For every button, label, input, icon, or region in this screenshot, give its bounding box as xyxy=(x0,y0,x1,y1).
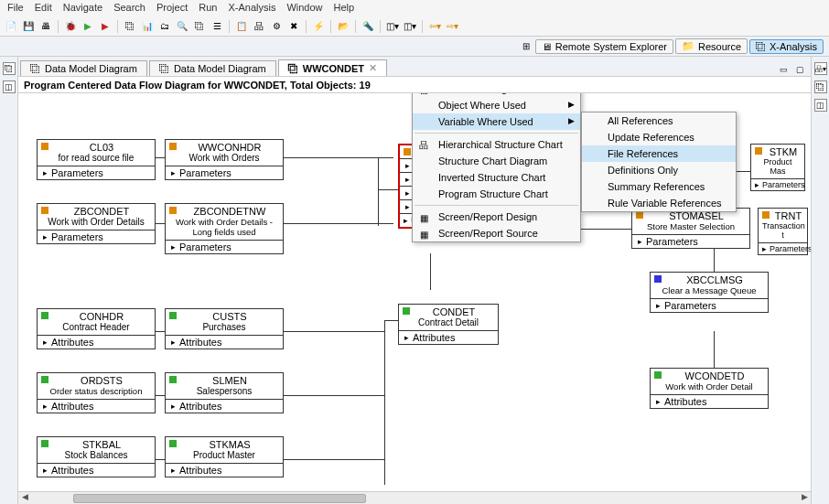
tool-icon[interactable]: 🗂 xyxy=(157,19,172,34)
editor-tabbar: ⿻Data Model Diagram ⿻Data Model Diagram … xyxy=(18,57,811,77)
submenu-item[interactable]: All References xyxy=(582,113,736,129)
menu-item[interactable]: Program Structure Chart xyxy=(413,186,580,202)
diagram-canvas[interactable]: CL03 for read source file ▸Parameters WW… xyxy=(18,93,811,504)
menu-file[interactable]: File xyxy=(7,2,24,15)
perspective-xanalysis[interactable]: ⿻X-Analysis xyxy=(749,39,824,54)
menu-navigate[interactable]: Navigate xyxy=(63,2,102,15)
menu-item-label: Inverted Structure Chart xyxy=(438,172,545,183)
menu-item-icon: ▦ xyxy=(417,228,430,241)
diagram-title: Program Centered Data Flow Diagram for W… xyxy=(18,77,811,93)
box-condet[interactable]: CONDET Contract Detail ▸Attributes xyxy=(398,304,499,345)
menu-item[interactable]: Inverted Structure Chart xyxy=(413,169,580,186)
tool-icon[interactable]: 品 xyxy=(252,19,266,34)
diagram-icon: ⿻ xyxy=(159,63,169,74)
tool-icon[interactable]: 🔍 xyxy=(175,19,189,34)
new-icon[interactable]: 📄 xyxy=(4,19,18,34)
box-stomasel[interactable]: STOMASEL Store Master Selection ▸Paramet… xyxy=(631,208,750,249)
menu-item[interactable]: Variable Where Used▶ xyxy=(413,113,580,130)
save-icon[interactable]: 💾 xyxy=(21,19,36,34)
scroll-thumb[interactable] xyxy=(73,494,366,503)
menu-item[interactable]: 品Hierarchical Structure Chart xyxy=(413,136,580,153)
submenu-item[interactable]: File References xyxy=(582,145,736,162)
chevron-right-icon: ▶ xyxy=(568,116,575,125)
box-wwconhdr[interactable]: WWCONHDR Work with Orders ▸Parameters xyxy=(165,139,284,180)
context-menu[interactable]: 🔍Zoom Source⿻Data Flow DiagramObject Whe… xyxy=(412,93,581,242)
menu-item-label: Screen/Report Source xyxy=(438,228,538,239)
view-icon[interactable]: ⿻ xyxy=(3,62,16,75)
menu-xanalysis[interactable]: X-Analysis xyxy=(228,2,275,15)
tool-icon[interactable]: ◫▾ xyxy=(403,19,417,34)
submenu-item[interactable]: Rule Variable References xyxy=(582,195,736,211)
view-icon[interactable]: ⿻ xyxy=(814,80,827,93)
maximize-icon[interactable]: ▢ xyxy=(792,63,807,76)
open-perspective-icon[interactable]: ⊞ xyxy=(519,39,533,54)
forward-icon[interactable]: ⇨▾ xyxy=(445,19,459,34)
submenu-item[interactable]: Summary References xyxy=(582,178,736,195)
scroll-left-icon[interactable]: ◀ xyxy=(18,492,31,505)
separator xyxy=(380,20,381,33)
submenu-item-label: Summary References xyxy=(608,181,705,192)
menu-project[interactable]: Project xyxy=(156,2,188,15)
menu-help[interactable]: Help xyxy=(334,2,355,15)
box-cl03[interactable]: CL03 for read source file ▸Parameters xyxy=(37,139,156,180)
tool-icon[interactable]: ⿻ xyxy=(192,19,207,34)
debug-icon[interactable]: 🐞 xyxy=(63,19,78,34)
box-wcondetd[interactable]: WCONDETD Work with Order Detail ▸Attribu… xyxy=(650,368,769,409)
separator xyxy=(355,20,356,33)
box-stkbal[interactable]: STKBAL Stock Balances ▸Attributes xyxy=(37,436,156,477)
menu-search[interactable]: Search xyxy=(113,2,145,15)
menu-run[interactable]: Run xyxy=(199,2,217,15)
open-folder-icon[interactable]: 📂 xyxy=(336,19,350,34)
perspective-resource[interactable]: 📁Resource xyxy=(675,38,748,54)
menu-item-label: Hierarchical Structure Chart xyxy=(438,139,563,150)
menu-item[interactable]: Structure Chart Diagram xyxy=(413,153,580,169)
submenu-item-label: Definitions Only xyxy=(608,165,678,176)
box-stkm[interactable]: STKM Product Mas ▸Parameters xyxy=(750,144,805,191)
menu-window[interactable]: Window xyxy=(286,2,322,15)
back-icon[interactable]: ⇦▾ xyxy=(427,19,442,34)
tab-wwcondet[interactable]: ⿻WWCONDET✕ xyxy=(278,59,387,76)
scroll-right-icon[interactable]: ▶ xyxy=(798,492,811,505)
ext-tools-icon[interactable]: ▶ xyxy=(98,19,113,34)
box-stkmas[interactable]: STKMAS Product Master ▸Attributes xyxy=(165,436,284,477)
tool-icon[interactable]: ⿻ xyxy=(123,19,137,34)
tab-data-model-1[interactable]: ⿻Data Model Diagram xyxy=(20,60,147,76)
tab-data-model-2[interactable]: ⿻Data Model Diagram xyxy=(149,60,276,76)
context-submenu[interactable]: All ReferencesUpdate ReferencesFile Refe… xyxy=(581,112,737,212)
menu-edit[interactable]: Edit xyxy=(35,2,52,15)
left-rail: ⿻ ◫ xyxy=(0,57,18,504)
menu-item-label: Data Flow Diagram xyxy=(438,93,524,94)
box-ordsts[interactable]: ORDSTS Order status description ▸Attribu… xyxy=(37,372,156,413)
tool-icon[interactable]: ☰ xyxy=(210,19,224,34)
run-icon[interactable]: ▶ xyxy=(81,19,95,34)
box-slmen[interactable]: SLMEN Salespersons ▸Attributes xyxy=(165,372,284,413)
box-custs[interactable]: CUSTS Purchases ▸Attributes xyxy=(165,308,284,349)
view-icon[interactable]: ◫ xyxy=(3,80,16,93)
menu-item-label: Object Where Used xyxy=(438,100,526,111)
folder-icon: 📁 xyxy=(682,40,694,52)
horizontal-scrollbar[interactable]: ◀ ▶ xyxy=(18,491,811,504)
box-xbcclmsg[interactable]: XBCCLMSG Clear a Message Queue ▸Paramete… xyxy=(650,272,769,313)
tool-icon[interactable]: ◫▾ xyxy=(385,19,400,34)
close-icon[interactable]: ✕ xyxy=(369,62,377,74)
box-zbcondet[interactable]: ZBCONDET Work with Order Details ▸Parame… xyxy=(37,203,156,244)
submenu-item[interactable]: Update References xyxy=(582,129,736,145)
perspective-remote[interactable]: 🖥Remote System Explorer xyxy=(535,39,673,54)
tool-icon[interactable]: ⚡ xyxy=(311,19,326,34)
submenu-item[interactable]: Definitions Only xyxy=(582,162,736,178)
minimize-icon[interactable]: ▭ xyxy=(776,63,791,76)
tool-icon[interactable]: 📋 xyxy=(234,19,249,34)
tool-icon[interactable]: 📊 xyxy=(140,19,155,34)
box-conhdr[interactable]: CONHDR Contract Header ▸Attributes xyxy=(37,308,156,349)
menu-item[interactable]: Object Where Used▶ xyxy=(413,97,580,113)
box-trnt[interactable]: TRNT Transaction t ▸Parameters xyxy=(758,208,808,255)
tool-icon[interactable]: ✖ xyxy=(286,19,301,34)
search-icon[interactable]: 🔦 xyxy=(361,19,375,34)
print-icon[interactable]: 🖶 xyxy=(38,19,53,34)
box-zbcondetnw[interactable]: ZBCONDETNW Work with Order Details - Lon… xyxy=(165,203,284,254)
view-icon[interactable]: 品▾ xyxy=(814,62,827,75)
menu-item[interactable]: ▦Screen/Report Design xyxy=(413,209,580,225)
menu-item[interactable]: ▦Screen/Report Source xyxy=(413,225,580,241)
tool-icon[interactable]: ⚙ xyxy=(269,19,284,34)
view-icon[interactable]: ◫ xyxy=(814,99,827,112)
